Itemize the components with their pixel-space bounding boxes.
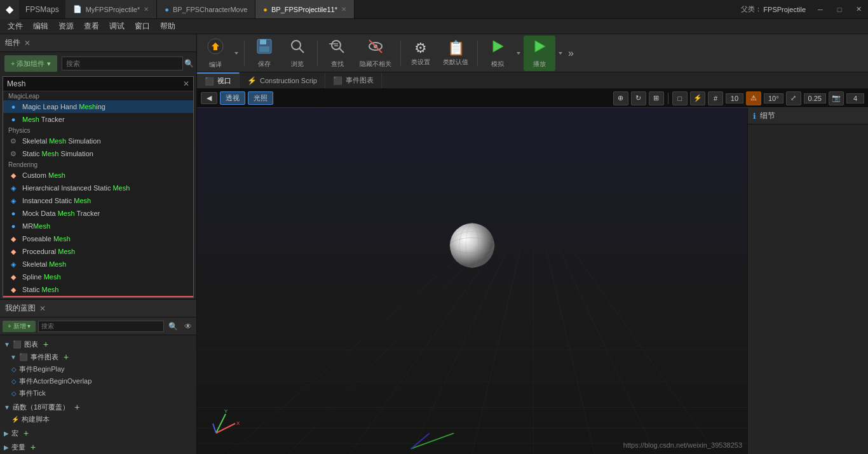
compile-dropdown[interactable] bbox=[233, 50, 240, 57]
add-component-button[interactable]: + 添加组件 ▾ bbox=[4, 55, 57, 72]
tab-icon-myFPS: 📄 bbox=[73, 5, 82, 13]
tab-myFPS[interactable]: 📄 MyFPSProjectile* ✕ bbox=[65, 0, 158, 18]
tab-bpProj[interactable]: ● BP_FPSProjectile11* ✕ bbox=[255, 0, 355, 18]
menu-file[interactable]: 文件 bbox=[3, 20, 28, 33]
vp-icon-cam[interactable]: 📷 bbox=[829, 91, 844, 105]
menu-window[interactable]: 窗口 bbox=[130, 20, 155, 33]
class-defaults-button[interactable]: 📋 类默认值 bbox=[438, 37, 473, 69]
list-item-mesh-tracker[interactable]: ● Mesh Tracker bbox=[3, 113, 193, 126]
blueprint-panel-close[interactable]: ✕ bbox=[39, 304, 46, 313]
list-item-skeletal-mesh[interactable]: ◈ Skeletal Mesh bbox=[3, 258, 193, 270]
add-macros-button[interactable]: + bbox=[21, 428, 31, 438]
blueprint-search-input[interactable] bbox=[38, 321, 164, 332]
add-variables-button[interactable]: + bbox=[28, 442, 38, 452]
menu-help[interactable]: 帮助 bbox=[155, 20, 180, 33]
minimize-button[interactable]: ─ bbox=[811, 0, 830, 19]
section-graph-header[interactable]: ▼ ⬛ 图表 + bbox=[0, 338, 196, 351]
item-label: Static Mesh Simulation bbox=[22, 150, 93, 157]
vp-icon-1[interactable]: ⊕ bbox=[613, 91, 628, 105]
viewport-back-button[interactable]: ◀ bbox=[201, 92, 217, 104]
simulate-icon bbox=[489, 38, 506, 58]
lighting-button[interactable]: 光照 bbox=[248, 91, 273, 105]
icon-custom-mesh: ◆ bbox=[8, 170, 18, 180]
viewport-3d[interactable]: X Y https://blog.csdn.net/weixin_3953825… bbox=[197, 108, 747, 454]
add-event-graph-button[interactable]: + bbox=[61, 352, 71, 362]
menu-view[interactable]: 查看 bbox=[79, 20, 104, 33]
section-variables-header[interactable]: ▶ 变量 + bbox=[0, 441, 196, 453]
menu-assets[interactable]: 资源 bbox=[53, 20, 79, 33]
item-tick-label: 事件Tick bbox=[19, 389, 46, 398]
component-panel-close[interactable]: ✕ bbox=[24, 39, 31, 48]
list-item-spline-mesh[interactable]: ◆ Spline Mesh bbox=[3, 270, 193, 283]
list-item-instanced-mesh[interactable]: ◈ Instanced Static Mesh bbox=[3, 194, 193, 207]
viewport-toolbar: ◀ 透视 光照 ⊕ ↻ ⊞ □ ⚡ # 10 ⚠ 10° ⤢ 0.25 📷 4 bbox=[197, 89, 868, 108]
add-graph-button[interactable]: + bbox=[41, 339, 51, 349]
section-functions-header[interactable]: ▼ 函数（18可覆盖） + bbox=[0, 401, 196, 413]
list-item-poseable-mesh[interactable]: ◆ Poseable Mesh bbox=[3, 232, 193, 245]
item-label: Instanced Static Mesh bbox=[22, 197, 91, 204]
play-button[interactable]: 播放 bbox=[524, 36, 555, 71]
event-graph-header[interactable]: ▼ ⬛ 事件图表 + bbox=[0, 351, 196, 363]
simulate-dropdown[interactable] bbox=[515, 50, 522, 57]
browse-button[interactable]: 浏览 bbox=[281, 36, 313, 71]
tree-item-overlap[interactable]: ◇ 事件ActorBeginOverlap bbox=[0, 375, 196, 387]
vp-icon-3[interactable]: ⊞ bbox=[649, 91, 664, 105]
vp-icon-scale[interactable]: ⤢ bbox=[786, 91, 801, 105]
tab-close-myFPS[interactable]: ✕ bbox=[144, 6, 149, 13]
vp-icon-5[interactable]: ⚡ bbox=[690, 91, 705, 105]
chevron-functions: ▼ bbox=[4, 404, 10, 411]
event-graph-tab-icon: ⬛ bbox=[333, 76, 342, 85]
list-item-static-mesh-sim[interactable]: ⚙ Static Mesh Simulation bbox=[3, 147, 193, 160]
icon-static-mesh: ◆ bbox=[8, 284, 18, 295]
list-item-mr-mesh[interactable]: ● MRMesh bbox=[3, 220, 193, 232]
item-label: Procedural Mesh bbox=[22, 248, 75, 255]
vp-icon-2[interactable]: ↻ bbox=[631, 91, 646, 105]
tree-item-tick[interactable]: ◇ 事件Tick bbox=[0, 387, 196, 399]
tree-item-construct[interactable]: ⚡ 构建脚本 bbox=[0, 413, 196, 425]
mesh-clear-button[interactable]: ✕ bbox=[179, 79, 193, 88]
svg-rect-3 bbox=[259, 46, 269, 52]
mesh-search-input[interactable] bbox=[3, 77, 179, 91]
icon-spline-mesh: ◆ bbox=[8, 272, 18, 282]
menu-edit[interactable]: 编辑 bbox=[28, 20, 53, 33]
blueprint-add-button[interactable]: + 新增 ▾ bbox=[3, 321, 36, 332]
subtab-event-graph[interactable]: ⬛ 事件图表 bbox=[325, 72, 382, 88]
class-settings-button[interactable]: ⚙ 类设置 bbox=[405, 37, 437, 69]
component-search-icon[interactable]: 🔍 bbox=[184, 59, 194, 68]
vp-icon-grid[interactable]: # bbox=[708, 91, 723, 105]
hide-unrelated-button[interactable]: 隐藏不相关 bbox=[355, 36, 397, 71]
compile-button[interactable]: 编译 bbox=[200, 35, 231, 72]
list-item-static-mesh[interactable]: ◆ Static Mesh bbox=[3, 283, 193, 297]
section-macros-header[interactable]: ▶ 宏 + bbox=[0, 427, 196, 439]
svg-text:Y: Y bbox=[224, 408, 228, 414]
list-item-custom-mesh[interactable]: ◆ Custom Mesh bbox=[3, 169, 193, 182]
compile-label: 编译 bbox=[209, 60, 222, 69]
save-button[interactable]: 保存 bbox=[248, 36, 280, 71]
subtab-viewport[interactable]: ⬛ 视口 bbox=[197, 72, 240, 88]
maximize-button[interactable]: □ bbox=[830, 0, 849, 19]
tab-close-bpProj[interactable]: ✕ bbox=[341, 6, 346, 13]
list-item-hierarchical-mesh[interactable]: ◈ Hierarchical Instanced Static Mesh bbox=[3, 182, 193, 194]
more-button[interactable]: » bbox=[566, 45, 576, 62]
blueprint-search-icon[interactable]: 🔍 bbox=[166, 322, 180, 331]
play-dropdown[interactable] bbox=[557, 50, 564, 57]
list-item-mock-data-mesh[interactable]: ● Mock Data Mesh Tracker bbox=[3, 207, 193, 220]
component-search-input[interactable] bbox=[62, 57, 183, 70]
component-panel-header: 组件 ✕ bbox=[0, 34, 196, 52]
vp-icon-4[interactable]: □ bbox=[672, 91, 688, 105]
blueprint-panel: 我的蓝图 ✕ + 新增 ▾ 🔍 👁 ▼ ⬛ 图表 + bbox=[0, 300, 196, 454]
tab-bpChar[interactable]: ● BP_FPSCharacterMove bbox=[157, 0, 255, 18]
simulate-button[interactable]: 模拟 bbox=[482, 36, 513, 71]
menu-debug[interactable]: 调试 bbox=[104, 20, 130, 33]
tree-item-begin-play[interactable]: ◇ 事件BeginPlay bbox=[0, 363, 196, 375]
vp-warn[interactable]: ⚠ bbox=[746, 91, 761, 105]
find-button[interactable]: 查找 bbox=[322, 36, 353, 71]
blueprint-filter-icon[interactable]: 👁 bbox=[182, 322, 194, 331]
list-item-magic-leap-hand-meshing[interactable]: ● Magic Leap Hand Meshing bbox=[3, 100, 193, 113]
list-item-skeletal-mesh-sim[interactable]: ⚙ Skeletal Mesh Simulation bbox=[3, 135, 193, 147]
subtab-construction[interactable]: ⚡ Construction Scrip bbox=[240, 72, 325, 88]
perspective-button[interactable]: 透视 bbox=[220, 91, 245, 105]
list-item-procedural-mesh[interactable]: ◆ Procedural Mesh bbox=[3, 245, 193, 258]
add-functions-button[interactable]: + bbox=[72, 402, 82, 412]
close-button[interactable]: ✕ bbox=[849, 0, 868, 19]
